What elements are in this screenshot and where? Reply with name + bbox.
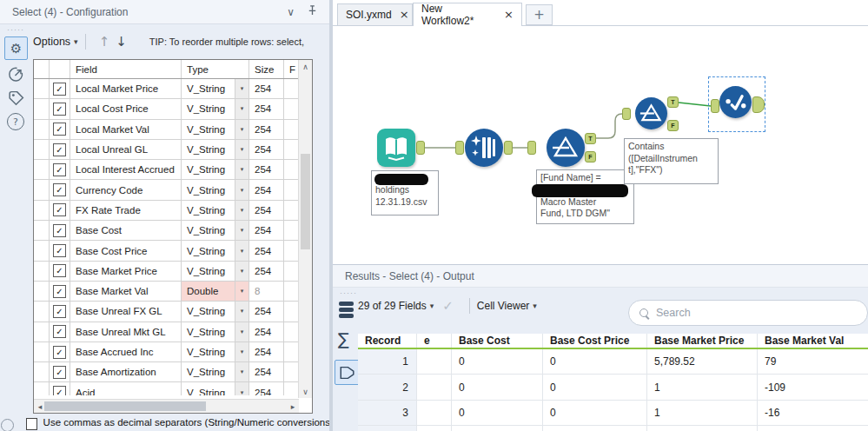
scroll-right-icon[interactable]: ▸ [287,400,299,413]
value-cell[interactable]: 0 [543,375,647,399]
row-handle[interactable] [34,140,50,159]
extra-cell[interactable] [284,342,299,361]
options-button[interactable]: Options [33,36,70,48]
row-handle[interactable] [34,221,50,240]
row-handle[interactable] [34,79,50,98]
results-column-header[interactable]: e [417,334,452,348]
row-handle[interactable] [34,201,50,220]
results-row[interactable]: 3001-16 [358,401,868,426]
size-cell[interactable]: 254 [249,180,284,199]
record-number-cell[interactable]: 3 [358,401,417,425]
options-caret-icon[interactable]: ▾ [74,37,78,46]
unique-tool[interactable] [719,86,752,118]
output-anchor[interactable] [504,141,513,155]
collapse-chevron-icon[interactable]: ∨ [287,6,295,18]
size-cell[interactable]: 254 [249,120,284,139]
row-checkbox-cell[interactable]: ✓ [50,241,70,260]
type-dropdown-icon[interactable]: ▾ [235,262,249,281]
extra-cell[interactable] [284,140,299,159]
input-anchor[interactable] [622,108,631,120]
value-cell[interactable] [417,375,452,399]
field-row[interactable]: ✓Local Interest AccruedV_String▾254 [34,160,299,180]
type-dropdown-icon[interactable]: ▾ [235,302,249,321]
record-number-cell[interactable]: 2 [358,375,417,399]
row-checkbox-cell[interactable]: ✓ [50,362,70,381]
extra-cell[interactable] [284,79,299,98]
search-input[interactable] [654,306,832,320]
value-cell[interactable]: 0 [543,426,647,431]
type-select-cell[interactable]: V_String [182,302,235,321]
row-checkbox-cell[interactable]: ✓ [50,342,70,361]
row-handle[interactable] [34,282,50,301]
field-row[interactable]: ✓Base Cost PriceV_String▾254 [34,241,299,261]
filter-tool-1[interactable] [547,129,585,167]
annotation-tab[interactable] [7,90,25,110]
field-name-cell[interactable]: Local Cost Price [70,99,182,118]
type-dropdown-icon[interactable]: ▾ [235,322,249,341]
configuration-tab-selected[interactable]: ⚙ [4,36,28,60]
workflow-canvas[interactable]: T F T F holdings [333,26,868,264]
type-select-cell[interactable]: V_String [182,79,235,98]
row-handle[interactable] [34,342,50,361]
move-down-button[interactable]: ↓ [116,34,127,50]
cell-viewer-caret-icon[interactable]: ▾ [533,302,537,310]
input-data-tool[interactable] [377,129,415,167]
results-row[interactable]: 2001-109 [358,375,868,400]
results-search[interactable] [628,300,868,326]
extra-cell[interactable] [284,322,299,341]
field-column-header[interactable]: Field [70,60,182,78]
value-cell[interactable]: 1 [647,401,758,425]
extra-cell[interactable] [284,382,299,395]
size-cell[interactable]: 254 [249,382,284,395]
field-row[interactable]: ✓FX Rate TradeV_String▾254 [34,201,299,221]
field-name-cell[interactable]: Base Unreal Mkt GL [70,322,182,341]
type-select-cell[interactable]: V_String [182,120,235,139]
type-select-cell[interactable]: V_String [182,221,235,240]
true-output-anchor[interactable]: T [585,133,596,144]
field-name-cell[interactable]: Base Amortization [70,362,182,381]
type-dropdown-icon[interactable]: ▾ [235,140,249,159]
field-name-cell[interactable]: Local Unreal GL [70,140,182,159]
row-handle[interactable] [34,322,50,341]
row-checkbox-cell[interactable]: ✓ [50,79,70,98]
field-name-cell[interactable]: Base Market Val [70,282,182,301]
type-dropdown-icon[interactable]: ▾ [235,180,249,199]
size-cell[interactable]: 254 [249,302,284,321]
value-cell[interactable]: 0 [452,426,543,431]
field-name-cell[interactable]: Local Interest Accrued [70,160,182,179]
field-row[interactable]: ✓Local Cost PriceV_String▾254 [34,99,299,119]
type-dropdown-icon[interactable]: ▾ [235,282,249,301]
type-dropdown-icon[interactable]: ▾ [235,99,249,118]
row-checkbox-cell[interactable]: ✓ [50,160,70,179]
false-output-anchor[interactable]: F [585,151,596,162]
row-checkbox-cell[interactable]: ✓ [50,322,70,341]
row-checkbox-cell[interactable]: ✓ [50,180,70,199]
field-row[interactable]: ✓Currency CodeV_String▾254 [34,180,299,200]
size-cell[interactable]: 254 [249,79,284,98]
results-column-header[interactable]: Base Cost Price [543,334,647,348]
vertical-scrollbar-thumb[interactable] [301,154,310,249]
field-row[interactable]: ✓Base Unreal Mkt GLV_String▾254 [34,322,299,342]
type-dropdown-icon[interactable]: ▾ [235,382,249,395]
results-column-header[interactable]: Base Cost [452,334,543,348]
type-select-cell[interactable]: V_String [182,362,235,381]
type-dropdown-icon[interactable]: ▾ [235,120,249,139]
field-row[interactable]: ✓AcidV_String▾254 [34,382,299,395]
results-drag-dots[interactable]: ····· [340,290,357,295]
extra-cell[interactable] [284,120,299,139]
row-checkbox-cell[interactable]: ✓ [50,120,70,139]
horizontal-scrollbar-thumb[interactable] [44,401,206,411]
field-name-cell[interactable]: Base Accrued Inc [70,342,182,361]
type-dropdown-icon[interactable]: ▾ [235,201,249,220]
results-row[interactable]: 40018 [358,426,868,431]
data-cleansing-tool[interactable] [465,129,503,167]
type-select-cell[interactable]: V_String [182,322,235,341]
data-view-button-selected[interactable] [335,360,360,385]
extra-cell[interactable] [284,262,299,281]
table-view-button[interactable] [339,302,354,320]
field-name-cell[interactable]: Base Unreal FX GL [70,302,182,321]
size-cell[interactable]: 254 [249,221,284,240]
extra-cell[interactable] [284,221,299,240]
type-dropdown-icon[interactable]: ▾ [235,362,249,381]
field-row[interactable]: ✓Local Market ValV_String▾254 [34,120,299,140]
